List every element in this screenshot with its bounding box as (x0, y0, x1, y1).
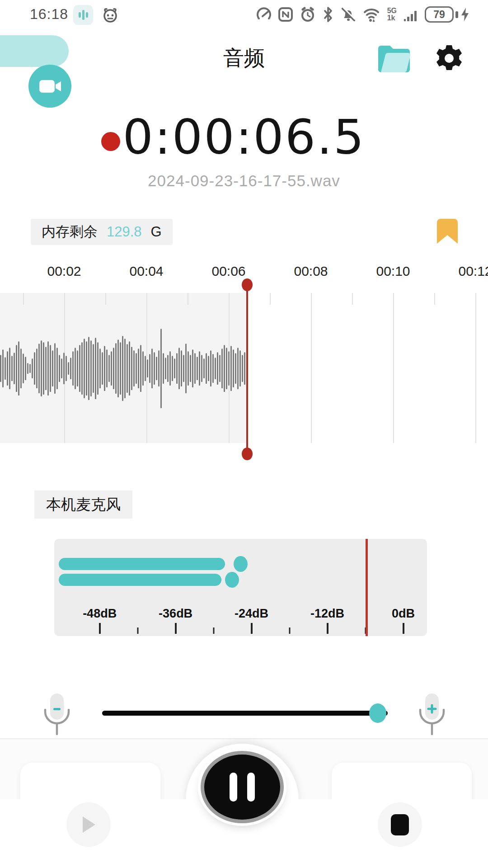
meter-label: -48dB (83, 607, 117, 621)
timeline-label: 00:12 (458, 264, 488, 279)
wifi-icon (363, 6, 381, 23)
play-icon (81, 816, 96, 834)
storage-remaining: 内存剩余 129.8 G (31, 219, 173, 245)
storage-label: 内存剩余 (42, 222, 98, 241)
timeline-label: 00:10 (376, 264, 410, 279)
storage-value: 129.8 (107, 224, 142, 240)
meter-level-bar (59, 558, 225, 570)
mic-volume-thumb[interactable] (369, 703, 386, 723)
play-button[interactable] (66, 802, 111, 847)
charging-icon (460, 7, 470, 22)
pause-button[interactable] (201, 751, 284, 823)
pause-icon (230, 773, 237, 802)
waveform-scrubber[interactable] (0, 293, 488, 443)
meter-peak-dot (234, 556, 248, 572)
gear-icon[interactable] (434, 43, 464, 73)
meter-label: 0dB (392, 607, 415, 621)
stop-button[interactable] (378, 802, 422, 847)
status-icons: 5G 1k 79 (256, 5, 470, 24)
recorder-app-icon (73, 5, 93, 25)
assistant-icon (101, 6, 119, 24)
battery-icon: 79 (425, 6, 470, 23)
timeline-label: 00:04 (129, 264, 163, 279)
meter-level-bar (59, 574, 221, 586)
mute-icon (340, 6, 357, 23)
network-type: 5G 1k (387, 7, 397, 22)
alarm-icon (300, 6, 316, 23)
data-saver-icon (256, 7, 272, 22)
meter-label: -36dB (159, 607, 192, 621)
bookmark-icon[interactable] (436, 218, 459, 245)
recording-timer: 0:00:06.5 (0, 109, 488, 165)
recording-filename: 2024-09-23-16-17-55.wav (0, 172, 488, 190)
mic-plus-icon[interactable] (415, 691, 449, 738)
storage-unit: G (151, 224, 162, 240)
mic-minus-icon[interactable] (40, 691, 74, 738)
clock: 16:18 (30, 6, 68, 23)
signal-icon (403, 6, 418, 23)
mic-source-chip: 本机麦克风 (34, 491, 132, 519)
nfc-icon (278, 7, 293, 22)
timeline-label: 00:06 (211, 264, 245, 279)
mic-volume-slider[interactable] (102, 711, 388, 716)
playhead-top-handle[interactable] (242, 278, 253, 291)
recorder-app-screen: 16:18 5G 1k 79 (0, 0, 488, 868)
timeline-label: 00:02 (47, 264, 81, 279)
meter-label: -24dB (235, 607, 268, 621)
meter-peak-dot (225, 572, 239, 588)
battery-percent: 79 (425, 6, 454, 23)
level-meter: -48dB-36dB-24dB-12dB0dB (54, 539, 427, 636)
stop-icon (391, 814, 409, 835)
playhead-line[interactable] (246, 288, 248, 453)
bluetooth-icon (322, 6, 334, 23)
page-title: 音频 (0, 44, 488, 72)
meter-clip-line (366, 539, 368, 636)
timeline-label: 00:08 (294, 264, 328, 279)
meter-label: -12dB (310, 607, 344, 621)
folder-icon[interactable] (376, 44, 412, 74)
playhead-bottom-handle[interactable] (242, 448, 253, 460)
status-bar: 16:18 5G 1k 79 (0, 0, 488, 28)
